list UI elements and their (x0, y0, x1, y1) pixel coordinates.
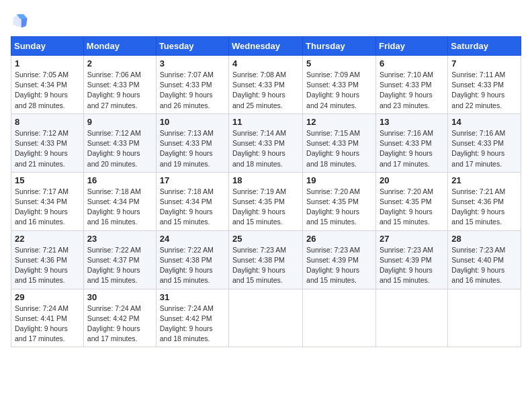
header-tuesday: Tuesday (156, 37, 228, 56)
calendar-header-row: SundayMondayTuesdayWednesdayThursdayFrid… (11, 37, 521, 56)
day-number: 24 (160, 234, 225, 244)
calendar-cell: 20Sunrise: 7:20 AMSunset: 4:35 PMDayligh… (375, 172, 447, 230)
calendar-cell: 8Sunrise: 7:12 AMSunset: 4:33 PMDaylight… (11, 113, 84, 172)
day-number: 25 (232, 234, 299, 244)
day-number: 7 (451, 58, 517, 68)
day-detail: Sunrise: 7:20 AMSunset: 4:35 PMDaylight:… (380, 187, 444, 228)
calendar-cell: 10Sunrise: 7:13 AMSunset: 4:33 PMDayligh… (156, 113, 228, 172)
calendar-cell: 31Sunrise: 7:24 AMSunset: 4:42 PMDayligh… (156, 289, 228, 347)
day-detail: Sunrise: 7:08 AMSunset: 4:33 PMDaylight:… (232, 70, 299, 111)
day-number: 27 (380, 234, 444, 244)
calendar-cell (303, 289, 376, 347)
day-detail: Sunrise: 7:13 AMSunset: 4:33 PMDaylight:… (160, 128, 225, 169)
calendar-cell: 2Sunrise: 7:06 AMSunset: 4:33 PMDaylight… (83, 56, 156, 114)
day-detail: Sunrise: 7:23 AMSunset: 4:40 PMDaylight:… (451, 245, 517, 286)
calendar-cell: 13Sunrise: 7:16 AMSunset: 4:33 PMDayligh… (375, 113, 447, 172)
day-detail: Sunrise: 7:06 AMSunset: 4:33 PMDaylight:… (87, 70, 152, 111)
calendar-cell: 25Sunrise: 7:23 AMSunset: 4:38 PMDayligh… (229, 230, 303, 289)
calendar-week-row: 22Sunrise: 7:21 AMSunset: 4:36 PMDayligh… (11, 230, 521, 289)
calendar-cell: 29Sunrise: 7:24 AMSunset: 4:41 PMDayligh… (11, 289, 84, 347)
day-detail: Sunrise: 7:23 AMSunset: 4:39 PMDaylight:… (380, 245, 444, 286)
day-number: 21 (451, 175, 517, 185)
day-number: 23 (87, 234, 152, 244)
day-number: 30 (87, 292, 152, 302)
day-number: 3 (160, 58, 225, 68)
calendar-week-row: 29Sunrise: 7:24 AMSunset: 4:41 PMDayligh… (11, 289, 521, 347)
calendar-cell: 1Sunrise: 7:05 AMSunset: 4:34 PMDaylight… (11, 56, 84, 114)
day-number: 20 (380, 175, 444, 185)
day-number: 1 (15, 58, 80, 68)
day-detail: Sunrise: 7:22 AMSunset: 4:38 PMDaylight:… (160, 245, 225, 286)
calendar-cell: 16Sunrise: 7:18 AMSunset: 4:34 PMDayligh… (83, 172, 156, 230)
day-detail: Sunrise: 7:12 AMSunset: 4:33 PMDaylight:… (15, 128, 80, 169)
calendar-cell: 30Sunrise: 7:24 AMSunset: 4:42 PMDayligh… (83, 289, 156, 347)
calendar-week-row: 1Sunrise: 7:05 AMSunset: 4:34 PMDaylight… (11, 56, 521, 114)
day-detail: Sunrise: 7:20 AMSunset: 4:35 PMDaylight:… (306, 187, 372, 228)
day-detail: Sunrise: 7:17 AMSunset: 4:34 PMDaylight:… (15, 187, 80, 228)
calendar-cell: 26Sunrise: 7:23 AMSunset: 4:39 PMDayligh… (303, 230, 376, 289)
calendar-week-row: 15Sunrise: 7:17 AMSunset: 4:34 PMDayligh… (11, 172, 521, 230)
day-detail: Sunrise: 7:07 AMSunset: 4:33 PMDaylight:… (160, 70, 225, 111)
calendar-cell: 18Sunrise: 7:19 AMSunset: 4:35 PMDayligh… (229, 172, 303, 230)
calendar-week-row: 8Sunrise: 7:12 AMSunset: 4:33 PMDaylight… (11, 113, 521, 172)
day-number: 31 (160, 292, 225, 302)
logo-icon (11, 11, 30, 30)
day-detail: Sunrise: 7:18 AMSunset: 4:34 PMDaylight:… (160, 187, 225, 228)
calendar-cell: 5Sunrise: 7:09 AMSunset: 4:33 PMDaylight… (303, 56, 376, 114)
day-number: 11 (232, 117, 299, 127)
day-number: 26 (306, 234, 372, 244)
day-number: 15 (15, 175, 80, 185)
day-number: 5 (306, 58, 372, 68)
day-number: 12 (306, 117, 372, 127)
calendar-cell: 11Sunrise: 7:14 AMSunset: 4:33 PMDayligh… (229, 113, 303, 172)
day-detail: Sunrise: 7:24 AMSunset: 4:42 PMDaylight:… (87, 304, 152, 345)
day-detail: Sunrise: 7:22 AMSunset: 4:37 PMDaylight:… (87, 245, 152, 286)
day-detail: Sunrise: 7:21 AMSunset: 4:36 PMDaylight:… (15, 245, 80, 286)
day-number: 19 (306, 175, 372, 185)
day-number: 2 (87, 58, 152, 68)
calendar-cell: 15Sunrise: 7:17 AMSunset: 4:34 PMDayligh… (11, 172, 84, 230)
day-detail: Sunrise: 7:15 AMSunset: 4:33 PMDaylight:… (306, 128, 372, 169)
day-detail: Sunrise: 7:23 AMSunset: 4:38 PMDaylight:… (232, 245, 299, 286)
day-number: 13 (380, 117, 444, 127)
day-detail: Sunrise: 7:19 AMSunset: 4:35 PMDaylight:… (232, 187, 299, 228)
calendar-cell (229, 289, 303, 347)
day-number: 4 (232, 58, 299, 68)
day-number: 17 (160, 175, 225, 185)
day-number: 14 (451, 117, 517, 127)
day-detail: Sunrise: 7:14 AMSunset: 4:33 PMDaylight:… (232, 128, 299, 169)
calendar-cell: 21Sunrise: 7:21 AMSunset: 4:36 PMDayligh… (448, 172, 521, 230)
day-detail: Sunrise: 7:09 AMSunset: 4:33 PMDaylight:… (306, 70, 372, 111)
header-sunday: Sunday (11, 37, 84, 56)
day-number: 10 (160, 117, 225, 127)
day-detail: Sunrise: 7:10 AMSunset: 4:33 PMDaylight:… (380, 70, 444, 111)
calendar-cell: 3Sunrise: 7:07 AMSunset: 4:33 PMDaylight… (156, 56, 228, 114)
calendar-cell: 27Sunrise: 7:23 AMSunset: 4:39 PMDayligh… (375, 230, 447, 289)
calendar-cell: 24Sunrise: 7:22 AMSunset: 4:38 PMDayligh… (156, 230, 228, 289)
calendar-cell (375, 289, 447, 347)
calendar-cell: 4Sunrise: 7:08 AMSunset: 4:33 PMDaylight… (229, 56, 303, 114)
day-detail: Sunrise: 7:11 AMSunset: 4:33 PMDaylight:… (451, 70, 517, 111)
calendar-cell: 9Sunrise: 7:12 AMSunset: 4:33 PMDaylight… (83, 113, 156, 172)
day-number: 16 (87, 175, 152, 185)
header-friday: Friday (375, 37, 447, 56)
header-thursday: Thursday (303, 37, 376, 56)
logo (11, 11, 32, 30)
day-number: 29 (15, 292, 80, 302)
calendar-cell: 23Sunrise: 7:22 AMSunset: 4:37 PMDayligh… (83, 230, 156, 289)
calendar-cell: 28Sunrise: 7:23 AMSunset: 4:40 PMDayligh… (448, 230, 521, 289)
day-number: 28 (451, 234, 517, 244)
calendar-cell: 6Sunrise: 7:10 AMSunset: 4:33 PMDaylight… (375, 56, 447, 114)
day-detail: Sunrise: 7:16 AMSunset: 4:33 PMDaylight:… (380, 128, 444, 169)
day-detail: Sunrise: 7:23 AMSunset: 4:39 PMDaylight:… (306, 245, 372, 286)
header-saturday: Saturday (448, 37, 521, 56)
calendar-cell: 14Sunrise: 7:16 AMSunset: 4:33 PMDayligh… (448, 113, 521, 172)
day-detail: Sunrise: 7:24 AMSunset: 4:42 PMDaylight:… (160, 304, 225, 345)
day-detail: Sunrise: 7:21 AMSunset: 4:36 PMDaylight:… (451, 187, 517, 228)
calendar-table: SundayMondayTuesdayWednesdayThursdayFrid… (11, 36, 521, 347)
header-wednesday: Wednesday (229, 37, 303, 56)
day-number: 22 (15, 234, 80, 244)
calendar-cell: 19Sunrise: 7:20 AMSunset: 4:35 PMDayligh… (303, 172, 376, 230)
header-monday: Monday (83, 37, 156, 56)
calendar-cell: 22Sunrise: 7:21 AMSunset: 4:36 PMDayligh… (11, 230, 84, 289)
